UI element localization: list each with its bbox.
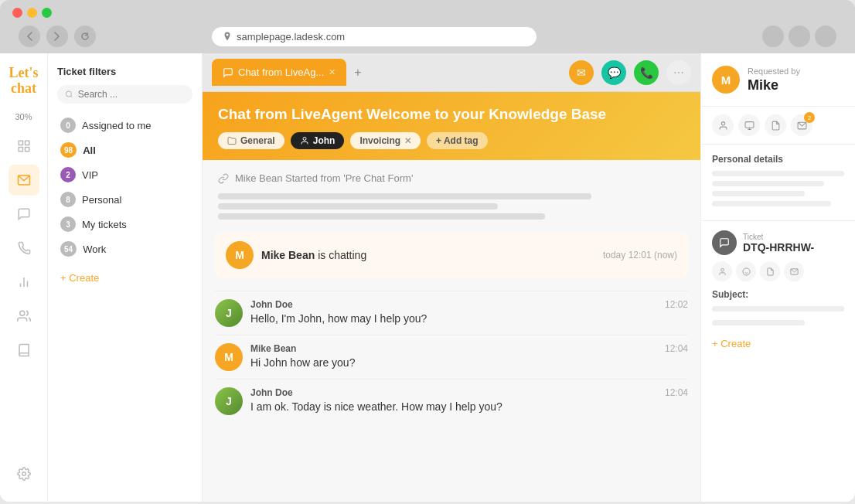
msg-time-3: 12:04 [665,387,688,398]
filter-badge-my-tickets: 3 [60,216,76,232]
rp-icon-monitor[interactable] [738,114,760,136]
tag-add[interactable]: + Add tag [427,132,488,149]
forward-btn[interactable] [46,26,68,47]
profile-btn[interactable] [789,26,810,47]
msg-text-2: Hi John how are you? [250,356,657,369]
msg-avatar-john-1: J [215,299,243,327]
msg-content-1: John Doe Hello, I'm John, how may I help… [250,299,657,325]
create-filter-btn[interactable]: + Create [57,267,192,288]
ticket-icon [712,230,737,255]
sidebar-item-mail[interactable] [9,165,39,196]
filter-badge-assigned: 0 [60,117,76,133]
ticket-action-mail[interactable] [784,261,804,281]
filter-vip[interactable]: 2 VIP [57,162,192,187]
top-nav: Chat from LiveAg... ✕ + ✉ 💬 📞 ⋯ [203,53,700,92]
menu-btn[interactable] [815,26,836,47]
chat-tab-close[interactable]: ✕ [329,67,336,77]
svg-point-10 [66,91,71,97]
tag-john[interactable]: John [291,132,345,149]
rp-icon-user[interactable] [712,114,734,136]
requester-name: Mike [748,77,800,94]
minimize-btn[interactable] [27,8,37,18]
detail-line-1 [712,171,844,176]
detail-line-2 [712,181,824,186]
maximize-btn[interactable] [42,8,52,18]
msg-time-2: 12:04 [665,343,688,354]
detail-line-4 [712,201,831,206]
current-user-name: Mike Bean [261,249,315,261]
tag-add-label: + Add tag [436,135,479,146]
svg-point-9 [22,472,26,476]
msg-content-2: Mike Bean Hi John how are you? [250,343,657,369]
chat-tab-active[interactable]: Chat from LiveAg... ✕ [212,59,346,86]
msg-sender-1: John Doe [250,299,657,310]
chat-main: Chat from LiveAg... ✕ + ✉ 💬 📞 ⋯ Chat fro… [203,53,700,502]
sidebar-item-chat[interactable] [9,199,39,230]
filter-personal[interactable]: 8 Personal [57,187,192,212]
sidebar-item-users[interactable] [9,301,39,332]
filter-work[interactable]: 54 Work [57,237,192,261]
url-text: samplepage.ladesk.com [237,31,345,43]
filter-all[interactable]: 98 All [57,138,192,162]
tag-invoicing[interactable]: Invoicing ✕ [350,132,421,149]
sidebar-item-phone[interactable] [9,233,39,264]
nav-mail-btn[interactable]: ✉ [569,60,594,85]
sidebar-item-settings[interactable] [9,458,39,489]
ticket-info: Ticket DTQ-HRRHW- [743,233,844,254]
tag-invoicing-remove[interactable]: ✕ [404,136,411,146]
mail-badge-count: 2 [804,112,815,123]
ticket-action-emoji[interactable] [736,261,756,281]
filter-label-vip: VIP [82,169,98,181]
sidebar-item-book[interactable] [9,335,39,366]
ticket-action-user[interactable] [712,261,732,281]
ticket-action-file[interactable] [760,261,780,281]
message-row: M Mike Bean Hi John how are you? 12:04 [215,335,688,379]
svg-point-18 [720,268,724,271]
close-btn[interactable] [12,8,22,18]
nav-chat-btn[interactable]: 💬 [601,60,626,85]
ticket-section: Ticket DTQ-HRRHW- Subject: [701,221,855,359]
nav-extra-btn[interactable]: ⋯ [666,60,691,85]
search-box[interactable] [57,85,192,104]
ticket-id: DTQ-HRRHW- [743,241,844,254]
ticket-create-link[interactable]: + Create [712,338,844,349]
chat-messages: Mike Bean Started from 'Pre Chat Form' M… [203,160,700,502]
tag-invoicing-label: Invoicing [359,135,400,146]
subject-lines [712,306,844,330]
requester-info: Requested by Mike [748,66,800,94]
rp-icon-mail-badge[interactable]: 2 [791,114,812,136]
rp-icon-file[interactable] [765,114,786,136]
right-panel-icons: 2 [701,107,855,145]
filter-label-assigned: Assigned to me [82,120,152,131]
filter-assigned[interactable]: 0 Assigned to me [57,113,192,138]
tab-add-btn[interactable]: + [354,66,361,80]
ticket-label: Ticket [743,233,844,241]
sidebar-item-chart[interactable] [9,267,39,298]
address-bar[interactable]: samplepage.ladesk.com [212,27,537,46]
msg-avatar-mike: M [215,343,243,371]
filter-badge-all: 98 [60,142,77,158]
nav-phone-btn[interactable]: 📞 [634,60,659,85]
svg-point-19 [742,267,749,274]
filter-label-work: Work [83,243,106,255]
svg-line-11 [70,96,72,97]
extensions-btn[interactable] [762,26,784,47]
filter-my-tickets[interactable]: 3 My tickets [57,212,192,237]
current-user-status: is chatting [318,249,366,261]
ticket-row: Ticket DTQ-HRRHW- [712,230,844,255]
top-nav-actions: ✉ 💬 📞 ⋯ [569,60,691,85]
refresh-btn[interactable] [74,26,96,47]
message-row: J John Doe I am ok. Today is nice weathe… [215,379,688,423]
svg-point-8 [19,311,24,315]
tag-general-label: General [240,135,275,146]
msg-text-1: Hello, I'm John, how may I help you? [250,312,657,325]
ticket-filters-panel: Ticket filters 0 Assigned to me 98 All 2… [48,53,203,502]
tag-general[interactable]: General [218,132,284,149]
ticket-filters-title: Ticket filters [57,66,192,77]
search-input[interactable] [78,89,185,100]
personal-details-title: Personal details [712,154,844,165]
sidebar-item-grid[interactable] [9,131,39,162]
back-btn[interactable] [19,26,40,47]
tag-john-label: John [313,135,336,146]
filter-label-my-tickets: My tickets [82,219,127,230]
